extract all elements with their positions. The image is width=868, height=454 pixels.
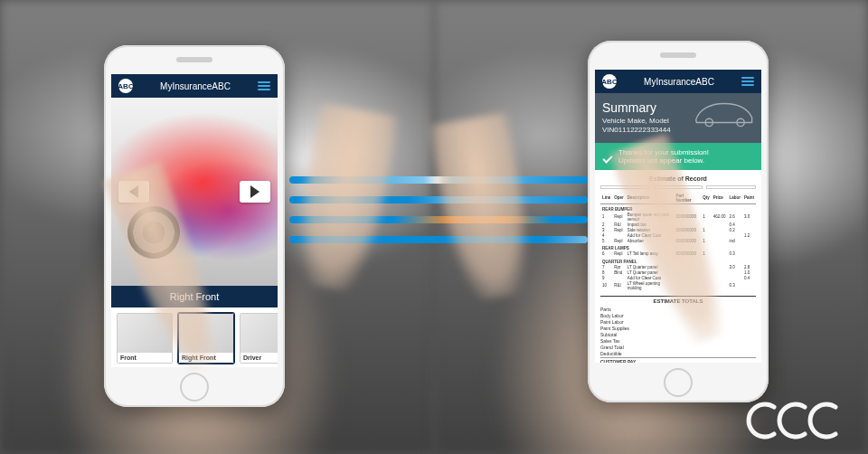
col-labor: Labor	[727, 193, 742, 204]
totals-label: Sales Tax	[600, 338, 620, 344]
totals-label: Parts	[600, 307, 611, 312]
app-title: MyInsuranceABC	[644, 77, 714, 87]
cell	[742, 280, 756, 290]
phone-bezel	[104, 45, 285, 74]
menu-icon[interactable]	[258, 81, 270, 90]
col-price: Price	[712, 193, 728, 204]
meta-cell	[706, 185, 756, 189]
home-button-icon[interactable]	[664, 368, 693, 397]
app-badge-icon[interactable]: ABC	[118, 79, 133, 93]
app-header: ABC MyInsuranceABC	[111, 74, 278, 98]
app-title: MyInsuranceABC	[160, 81, 231, 91]
thumbnail-image	[241, 314, 278, 353]
thumbnail-label: Front	[118, 353, 172, 363]
cell: 1	[600, 212, 612, 222]
totals-label: CUSTOMER PAY	[600, 359, 636, 363]
app-header: ABC MyInsuranceABC	[595, 70, 761, 93]
totals-row: Deductible	[600, 350, 756, 356]
totals-label: Grand Total	[600, 345, 624, 350]
ccc-logo	[743, 400, 852, 441]
summary-header: Summary Vehicle Make, Model VIN011122223…	[595, 93, 761, 143]
col-line: Line	[600, 193, 612, 204]
cell: 1	[701, 212, 712, 222]
col-qty: Qty	[701, 193, 712, 204]
next-angle-button[interactable]	[240, 181, 270, 203]
left-panel: ABC MyInsuranceABC Right Front Front	[0, 0, 434, 454]
totals-label: Body Labor	[600, 313, 624, 318]
cell: R&I	[612, 280, 626, 290]
thumbnail-label: Driver	[241, 353, 278, 363]
home-button-icon[interactable]	[180, 373, 209, 402]
totals-label: Paint Labor	[600, 319, 624, 325]
col-paint: Paint	[742, 193, 756, 204]
cell: Repl	[612, 212, 626, 222]
totals-label: Paint Supplies	[600, 326, 629, 331]
phone-speaker	[176, 57, 212, 62]
cell: 462.00	[712, 212, 728, 222]
phone-bezel	[588, 41, 769, 70]
phone-speaker	[660, 52, 696, 58]
app-badge-icon[interactable]: ABC	[602, 74, 617, 89]
menu-icon[interactable]	[741, 77, 754, 86]
cell: 10	[600, 280, 612, 290]
cell: 3.0	[742, 212, 756, 222]
cell: 2.6	[727, 212, 742, 222]
right-panel: ABC MyInsuranceABC Summary Vehicle Make,…	[434, 0, 868, 454]
totals-label: Subtotal	[600, 332, 617, 337]
totals-label: Deductible	[600, 351, 622, 356]
thumbnail-driver[interactable]: Driver	[240, 313, 278, 364]
totals-row: CUSTOMER PAY	[600, 357, 756, 363]
cell: 0.3	[727, 280, 742, 290]
car-outline-icon	[693, 99, 756, 128]
